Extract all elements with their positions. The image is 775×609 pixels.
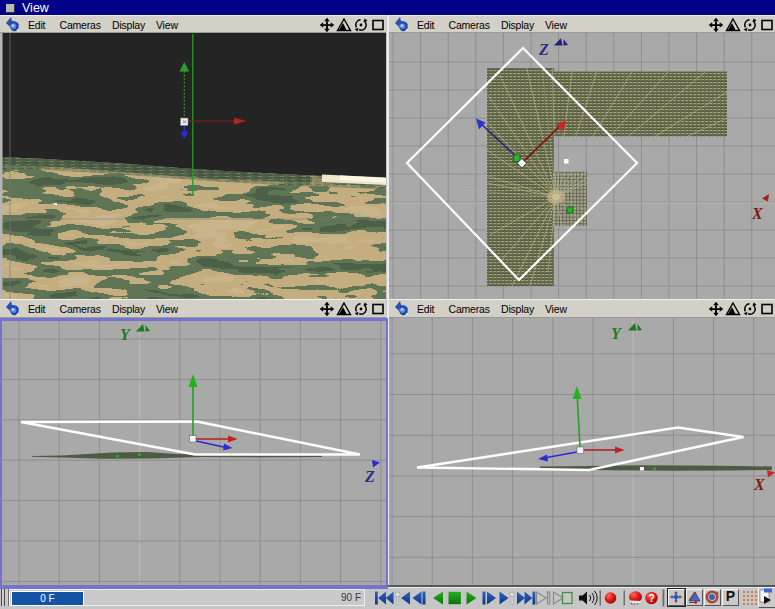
svg-text:?: ?	[649, 592, 655, 604]
svg-text:Y: Y	[611, 325, 622, 342]
svg-text:Z: Z	[538, 41, 549, 58]
svg-text:Y: Y	[120, 326, 131, 343]
svg-text:X: X	[751, 205, 763, 222]
svg-text:Z: Z	[364, 468, 375, 485]
svg-text:X: X	[753, 476, 765, 493]
